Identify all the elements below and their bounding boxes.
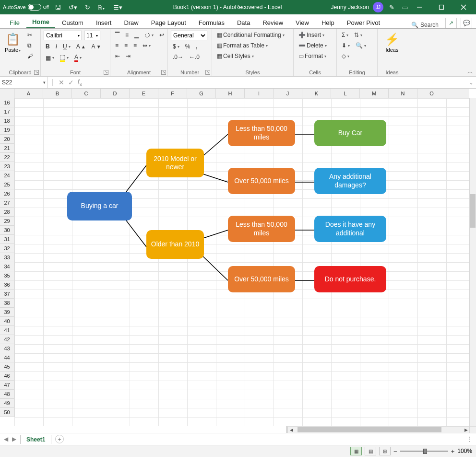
scroll-right-icon[interactable]: ▶ — [463, 427, 469, 433]
delete-cells-button[interactable]: ➖Delete — [297, 41, 333, 50]
row-header[interactable]: 32 — [0, 244, 14, 253]
row-header[interactable]: 28 — [0, 208, 14, 217]
align-middle-button[interactable]: ≡ — [123, 31, 131, 39]
col-header[interactable]: H — [216, 89, 245, 98]
collapse-ribbon-button[interactable]: ︿ — [467, 68, 473, 76]
decrease-decimal-button[interactable]: ←.0 — [187, 53, 202, 61]
diagram-node-buy[interactable]: Buy Car — [314, 120, 386, 146]
dialog-launcher-icon[interactable]: ↘ — [34, 70, 39, 75]
orientation-button[interactable]: ⭯ — [143, 31, 155, 39]
vertical-scrollbar[interactable] — [469, 98, 476, 426]
sort-filter-button[interactable]: ⇅ — [352, 31, 364, 39]
zoom-slider[interactable] — [400, 451, 448, 452]
row-header[interactable]: 21 — [0, 144, 14, 153]
diagram-node-over1[interactable]: Over 50,000 miles — [228, 168, 295, 194]
col-header[interactable]: E — [130, 89, 158, 98]
row-header[interactable]: 41 — [0, 326, 14, 335]
cut-button[interactable]: ✂ — [25, 31, 35, 39]
copy-button[interactable]: ⧉ — [25, 41, 35, 50]
tab-power-pivot[interactable]: Power Pivot — [341, 17, 386, 28]
row-header[interactable]: 46 — [0, 371, 14, 381]
format-cells-button[interactable]: ▭Format — [297, 52, 333, 60]
row-header[interactable]: 31 — [0, 235, 14, 244]
row-header[interactable]: 30 — [0, 226, 14, 235]
minimize-button[interactable] — [410, 0, 429, 14]
row-header[interactable]: 44 — [0, 353, 14, 362]
insert-cells-button[interactable]: ➕Insert — [297, 31, 333, 39]
fx-icon[interactable]: fx — [78, 78, 83, 87]
tab-help[interactable]: Help — [316, 17, 340, 28]
diagram-node-less1[interactable]: Less than 50,000 miles — [228, 120, 295, 146]
page-layout-view-button[interactable]: ▤ — [365, 447, 376, 455]
col-header[interactable]: M — [360, 89, 389, 98]
tab-page-layout[interactable]: Page Layout — [145, 17, 192, 28]
sheet-overflow-icon[interactable]: ⋮ — [466, 436, 472, 442]
maximize-button[interactable] — [432, 0, 451, 14]
row-header[interactable]: 29 — [0, 217, 14, 226]
tab-review[interactable]: Review — [257, 17, 289, 28]
increase-indent-button[interactable]: ⇥ — [124, 52, 132, 60]
row-header[interactable]: 20 — [0, 135, 14, 144]
diagram-node-damages[interactable]: Any additional damages? — [314, 168, 386, 194]
tab-view[interactable]: View — [290, 17, 315, 28]
undo-icon[interactable]: ↺▾ — [67, 3, 79, 12]
col-header[interactable]: G — [187, 89, 216, 98]
row-header[interactable]: 19 — [0, 126, 14, 135]
row-header[interactable]: 40 — [0, 317, 14, 326]
clear-button[interactable]: ◇ — [340, 52, 351, 60]
dialog-launcher-icon[interactable]: ↘ — [104, 70, 108, 75]
align-bottom-button[interactable]: ▁ — [132, 31, 141, 39]
enter-formula-icon[interactable]: ✓ — [68, 79, 74, 86]
tab-draw[interactable]: Draw — [118, 17, 144, 28]
diagram-node-root[interactable]: Buying a car — [67, 192, 132, 220]
autosave-switch[interactable] — [28, 4, 41, 11]
row-header[interactable]: 36 — [0, 280, 14, 290]
normal-view-button[interactable]: ▦ — [350, 447, 362, 455]
row-header[interactable]: 26 — [0, 189, 14, 198]
tab-custom[interactable]: Custom — [56, 17, 89, 28]
select-all-corner[interactable] — [0, 89, 14, 98]
tab-data[interactable]: Data — [231, 17, 256, 28]
fill-color-button[interactable]: ⬚ — [58, 53, 71, 63]
italic-button[interactable]: I — [54, 42, 59, 51]
zoom-percent[interactable]: 100% — [457, 448, 472, 454]
cell-styles-button[interactable]: ▦Cell Styles — [215, 52, 290, 60]
row-header[interactable]: 39 — [0, 308, 14, 317]
row-header[interactable]: 25 — [0, 180, 14, 189]
format-painter-button[interactable]: 🖌 — [25, 52, 35, 60]
comma-format-button[interactable]: , — [194, 42, 199, 51]
horizontal-scrollbar[interactable]: ◀ ▶ — [288, 426, 469, 433]
row-header[interactable]: 35 — [0, 271, 14, 280]
save-icon[interactable]: 🖫 — [53, 3, 63, 12]
sheet-tab-1[interactable]: Sheet1 — [20, 435, 51, 444]
underline-button[interactable]: U — [61, 42, 72, 51]
wrap-text-button[interactable]: ↩ — [157, 31, 166, 39]
autosave-toggle[interactable]: AutoSave Off — [3, 4, 49, 11]
row-header[interactable]: 47 — [0, 381, 14, 390]
ribbon-display-icon[interactable]: ▭ — [400, 3, 410, 12]
tab-insert[interactable]: Insert — [90, 17, 118, 28]
touch-mode-icon[interactable]: ☰▾ — [111, 3, 124, 12]
shrink-font-button[interactable]: A▼ — [90, 42, 103, 51]
align-top-button[interactable]: ▔ — [113, 31, 121, 39]
row-header[interactable]: 23 — [0, 162, 14, 171]
col-header[interactable]: L — [331, 89, 360, 98]
redo-icon[interactable]: ↻ — [83, 3, 92, 12]
font-color-button[interactable]: A — [72, 53, 83, 63]
name-box[interactable]: S22▾ — [0, 77, 48, 88]
row-header[interactable]: 50 — [0, 408, 14, 417]
col-header[interactable]: J — [274, 89, 302, 98]
col-header[interactable]: K — [302, 89, 331, 98]
row-header[interactable]: 48 — [0, 390, 14, 399]
bold-button[interactable]: B — [44, 42, 52, 51]
zoom-in-button[interactable]: + — [451, 448, 455, 455]
row-header[interactable]: 37 — [0, 290, 14, 299]
ideas-button[interactable]: ⚡ Ideas — [381, 31, 404, 55]
row-header[interactable]: 43 — [0, 344, 14, 353]
increase-decimal-button[interactable]: .0→ — [171, 53, 185, 61]
tab-home[interactable]: Home — [26, 16, 55, 28]
row-header[interactable]: 38 — [0, 299, 14, 308]
sheet-nav-next-icon[interactable]: ▶ — [12, 436, 16, 442]
dialog-launcher-icon[interactable]: ↘ — [161, 70, 166, 75]
conditional-formatting-button[interactable]: ▦Conditional Formatting — [215, 31, 290, 39]
